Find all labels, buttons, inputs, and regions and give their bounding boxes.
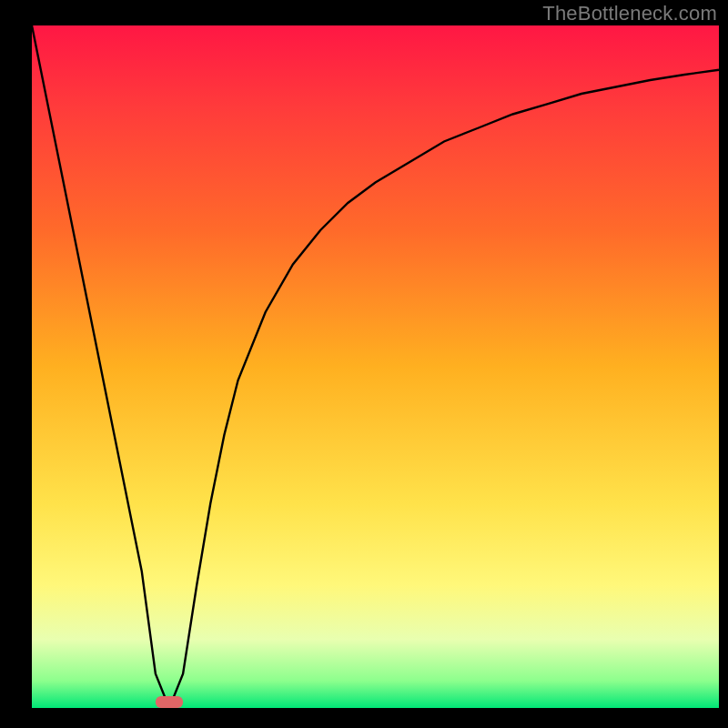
optimum-marker: [156, 696, 183, 708]
bottleneck-chart: [0, 0, 728, 728]
watermark-text: TheBottleneck.com: [542, 2, 717, 25]
plot-background: [32, 25, 719, 708]
chart-frame: TheBottleneck.com: [0, 0, 728, 728]
